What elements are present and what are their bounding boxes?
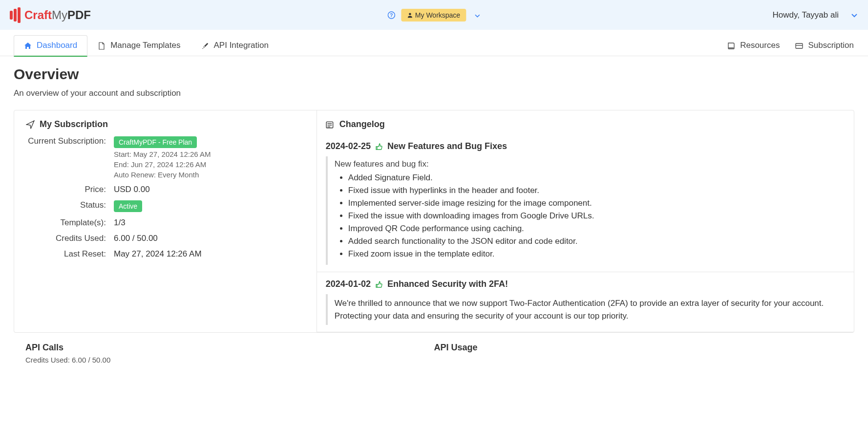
value-current: CraftMyPDF - Free Plan Start: May 27, 20… <box>114 136 211 179</box>
tab-label: API Integration <box>214 41 269 50</box>
label-reset: Last Reset: <box>26 249 114 259</box>
entry-head: 2024-01-02 Enhanced Security with 2FA! <box>326 279 845 289</box>
entry-block: We're thrilled to announce that we now s… <box>326 294 845 325</box>
rocket-icon <box>201 41 209 49</box>
logo-text-pdf: PDF <box>67 8 91 22</box>
logo-icon <box>10 7 21 23</box>
label-current: Current Subscription: <box>26 136 114 179</box>
workspace-badge[interactable]: My Workspace <box>401 9 466 22</box>
tabbar-right: Resources Subscription <box>727 30 854 56</box>
tab-label: Subscription <box>808 41 854 50</box>
thumbs-up-icon <box>375 279 385 289</box>
svg-point-2 <box>409 13 411 15</box>
greeting: Howdy, Tayyab ali <box>773 10 839 20</box>
label-templates: Template(s): <box>26 218 114 228</box>
file-icon <box>98 41 106 49</box>
list-item: Added search functionality to the JSON e… <box>348 236 845 246</box>
row-current: Current Subscription: CraftMyPDF - Free … <box>26 136 305 179</box>
row-reset: Last Reset: May 27, 2024 12:26 AM <box>26 249 305 259</box>
cards-row: My Subscription Current Subscription: Cr… <box>14 110 854 333</box>
entry-head: 2024-02-25 New Features and Bug Fixes <box>326 141 845 151</box>
logo[interactable]: CraftMyPDF <box>10 7 91 23</box>
changelog-card: Changelog 2024-02-25 New Features and Bu… <box>317 110 854 332</box>
chevron-down-icon[interactable] <box>850 11 858 19</box>
value-price: USD 0.00 <box>114 185 150 194</box>
home-icon <box>24 41 32 50</box>
entry-block: New features and bug fix: Added Signatur… <box>326 156 845 265</box>
credits-used-sub: Credits Used: 6.00 / 50.00 <box>25 356 434 364</box>
page-title: Overview <box>14 66 854 83</box>
tab-api[interactable]: API Integration <box>191 35 279 56</box>
changelog-title: Changelog <box>317 110 854 134</box>
plan-start: Start: May 27, 2024 12:26 AM <box>114 150 211 158</box>
send-icon <box>26 119 35 129</box>
value-credits: 6.00 / 50.00 <box>114 234 158 243</box>
topbar-right: Howdy, Tayyab ali <box>773 10 858 20</box>
list-item: Improved QR Code performance using cachi… <box>348 224 845 234</box>
svg-text:?: ? <box>390 13 393 18</box>
list-item: Fixed zoom issue in the template editor. <box>348 249 845 259</box>
row-templates: Template(s): 1/3 <box>26 218 305 228</box>
value-status: Active <box>114 200 142 212</box>
page-subtitle: An overview of your account and subscrip… <box>14 88 854 98</box>
logo-text-craft: Craft <box>24 8 52 22</box>
status-badge: Active <box>114 200 142 212</box>
subscription-card: My Subscription Current Subscription: Cr… <box>14 110 317 332</box>
logo-text-my: My <box>52 8 67 22</box>
entry-para: We're thrilled to announce that we now s… <box>335 297 845 322</box>
value-reset: May 27, 2024 12:26 AM <box>114 249 202 259</box>
list-item: Implemented server-side image resizing f… <box>348 198 845 208</box>
changelog-entry: 2024-02-25 New Features and Bug Fixes Ne… <box>317 134 854 272</box>
tab-dashboard[interactable]: Dashboard <box>14 35 87 57</box>
svg-rect-3 <box>796 43 803 48</box>
api-usage-title: API Usage <box>434 343 843 353</box>
bottom-row: API Calls Credits Used: 6.00 / 50.00 API… <box>14 333 854 364</box>
topbar-center: ? My Workspace <box>387 9 481 22</box>
tab-label: Dashboard <box>37 41 77 50</box>
list-item: Added Signature Field. <box>348 173 845 183</box>
topbar: CraftMyPDF ? My Workspace Howdy, Tayyab … <box>0 0 868 30</box>
row-status: Status: Active <box>26 200 305 212</box>
entry-intro: New features and bug fix: <box>335 159 845 169</box>
plan-renew: Auto Renew: Every Month <box>114 171 211 179</box>
chevron-down-icon[interactable] <box>474 11 481 19</box>
api-usage-col: API Usage <box>434 343 843 364</box>
tab-label: Manage Templates <box>110 41 180 50</box>
row-credits: Credits Used: 6.00 / 50.00 <box>26 234 305 243</box>
label-price: Price: <box>26 185 114 194</box>
value-templates: 1/3 <box>114 218 126 228</box>
user-icon <box>407 12 413 18</box>
list-item: Fixed issue with hyperlinks in the heade… <box>348 186 845 195</box>
list-item: Fixed the issue with downloading images … <box>348 211 845 221</box>
plan-badge: CraftMyPDF - Free Plan <box>114 136 197 148</box>
changelog-body[interactable]: 2024-02-25 New Features and Bug Fixes Ne… <box>317 134 854 332</box>
tab-resources[interactable]: Resources <box>727 35 780 56</box>
api-calls-col: API Calls Credits Used: 6.00 / 50.00 <box>25 343 434 364</box>
card-icon <box>795 41 803 49</box>
workspace-label: My Workspace <box>415 11 460 19</box>
tab-templates[interactable]: Manage Templates <box>87 35 191 56</box>
changelog-entry: 2024-01-02 Enhanced Security with 2FA! W… <box>317 272 854 332</box>
thumbs-up-icon <box>375 141 385 151</box>
label-credits: Credits Used: <box>26 234 114 243</box>
content: Overview An overview of your account and… <box>0 56 868 374</box>
help-icon[interactable]: ? <box>387 11 395 20</box>
tabbar: Dashboard Manage Templates API Integrati… <box>0 30 868 56</box>
tab-label: Resources <box>740 41 780 50</box>
tab-subscription[interactable]: Subscription <box>795 35 854 56</box>
label-status: Status: <box>26 200 114 212</box>
row-price: Price: USD 0.00 <box>26 185 305 194</box>
api-calls-title: API Calls <box>25 343 434 353</box>
book-icon <box>727 41 735 49</box>
subscription-title: My Subscription <box>26 119 305 129</box>
plan-end: End: Jun 27, 2024 12:26 AM <box>114 160 211 169</box>
news-icon <box>326 119 335 129</box>
entry-list: Added Signature Field. Fixed issue with … <box>335 173 845 259</box>
